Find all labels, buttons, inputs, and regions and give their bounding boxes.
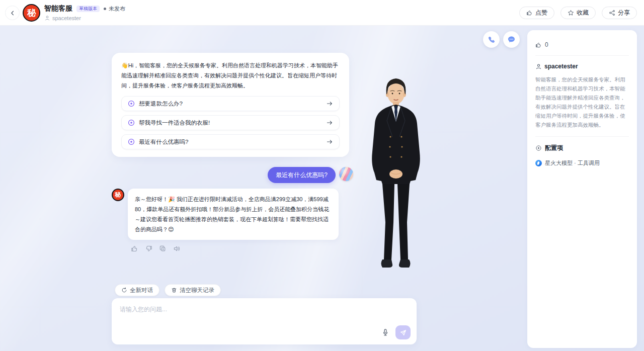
header-author: spacetester [44, 15, 125, 21]
copy-icon[interactable] [159, 245, 167, 252]
version-badge: 草稿版本 [76, 6, 100, 12]
divider [535, 136, 629, 137]
suggestion-label: 想要退款怎么办? [139, 100, 322, 108]
bot-message-row: 秘 亲～您好呀！🎉 我们正在进行限时满减活动，全店商品满299立减30，满599… [112, 189, 348, 252]
divider [535, 55, 629, 56]
question-input[interactable] [112, 298, 417, 327]
bot-suggestion-icon [128, 119, 135, 126]
message-input-card [112, 298, 417, 344]
bot-avatar: 秘 [23, 4, 40, 22]
user-message-bubble: 最近有什么优惠吗? [268, 167, 336, 183]
panel-author-name: spacetester [544, 63, 578, 70]
share-label: 分享 [618, 9, 630, 17]
welcome-message: 👋Hi，智能客服，您的全天候服务专家。利用自然语言处理和机器学习技术，本智能助手… [121, 60, 340, 91]
publish-status: 未发布 [104, 5, 125, 13]
message-actions [131, 245, 339, 252]
phone-icon [488, 36, 496, 44]
bot-message-bubble: 亲～您好呀！🎉 我们正在进行限时满减活动，全店商品满299立减30，满599减8… [128, 189, 339, 240]
send-icon [399, 329, 407, 336]
user-avatar [339, 167, 353, 181]
thumb-down-icon[interactable] [145, 245, 152, 252]
model-config-row: 星火大模型 · 工具调用 [535, 159, 629, 167]
send-button[interactable] [395, 325, 411, 339]
agent-preview-page: 秘 智能客服 草稿版本 未发布 spacetester 点赞 收藏 [0, 0, 644, 351]
digital-human-figure [358, 75, 434, 277]
spark-model-icon [535, 160, 542, 166]
new-conversation-label: 全新对话 [130, 287, 153, 294]
bot-suggestion-icon [128, 100, 135, 107]
model-config-label: 星火大模型 · 工具调用 [545, 159, 600, 167]
config-section-title: 配置项 [535, 144, 629, 152]
microphone-icon [381, 328, 389, 336]
arrow-right-icon [326, 138, 333, 145]
chevron-left-icon [9, 10, 16, 17]
text-chat-button[interactable] [503, 31, 520, 48]
top-header: 秘 智能客服 草稿版本 未发布 spacetester 点赞 收藏 [0, 0, 644, 26]
clear-history-label: 清空聊天记录 [180, 287, 214, 294]
trash-icon [171, 287, 177, 293]
arrow-right-icon [326, 100, 333, 107]
title-block: 智能客服 草稿版本 未发布 spacetester [44, 4, 125, 21]
bot-description: 智能客服，您的全天候服务专家。利用自然语言处理和机器学习技术，本智能助手能迅速理… [535, 75, 629, 129]
favorite-button[interactable]: 收藏 [560, 7, 596, 19]
thumb-up-icon [535, 42, 542, 48]
voice-call-button[interactable] [483, 31, 500, 48]
speaker-icon[interactable] [173, 245, 181, 252]
user-message-row: 最近有什么优惠吗? [112, 167, 353, 183]
person-icon [535, 63, 542, 70]
suggestion-clothes[interactable]: 帮我寻找一件适合我的衣服! [121, 115, 340, 130]
restart-icon [121, 287, 127, 293]
like-button[interactable]: 点赞 [519, 7, 554, 19]
person-icon [44, 15, 50, 21]
config-title-label: 配置项 [545, 144, 563, 152]
favorite-label: 收藏 [577, 9, 589, 17]
arrow-right-icon [326, 119, 333, 126]
bot-suggestion-icon [128, 138, 135, 145]
input-controls [381, 325, 411, 339]
suggestion-label: 帮我寻找一件适合我的衣服! [139, 119, 322, 127]
microphone-button[interactable] [381, 328, 389, 336]
back-button[interactable] [5, 6, 20, 20]
header-actions: 点赞 收藏 分享 [519, 7, 637, 19]
new-conversation-button[interactable]: 全新对话 [115, 284, 159, 296]
chat-canvas: 👋Hi，智能客服，您的全天候服务专家。利用自然语言处理和机器学习技术，本智能助手… [0, 26, 644, 351]
info-panel: 0 spacetester 智能客服，您的全天候服务专家。利用自然语言处理和机器… [527, 30, 637, 348]
share-button[interactable]: 分享 [602, 7, 637, 19]
publish-status-label: 未发布 [109, 5, 125, 13]
suggestion-list: 想要退款怎么办? 帮我寻找一件适合我的衣服! 最近有什么优惠吗? [121, 96, 340, 149]
thumb-up-icon[interactable] [131, 245, 138, 252]
share-icon [609, 10, 615, 16]
chat-bubble-icon [507, 35, 516, 44]
panel-author: spacetester [535, 63, 629, 70]
page-title: 智能客服 [44, 4, 72, 13]
panel-like-row[interactable]: 0 [535, 30, 629, 48]
suggestion-label: 最近有什么优惠吗? [139, 138, 322, 146]
like-count: 0 [545, 41, 548, 48]
target-icon [535, 145, 542, 151]
suggestion-discount[interactable]: 最近有什么优惠吗? [121, 134, 340, 149]
like-label: 点赞 [535, 9, 547, 17]
status-dot-icon [104, 8, 106, 10]
suggestion-refund[interactable]: 想要退款怎么办? [121, 96, 340, 111]
header-author-name: spacetester [52, 15, 81, 21]
star-icon [568, 10, 574, 16]
bot-avatar: 秘 [112, 189, 124, 201]
clear-history-button[interactable]: 清空聊天记录 [165, 284, 221, 296]
welcome-card: 👋Hi，智能客服，您的全天候服务专家。利用自然语言处理和机器学习技术，本智能助手… [112, 53, 349, 157]
thumb-up-icon [526, 10, 533, 16]
conversation-controls: 全新对话 清空聊天记录 [115, 284, 221, 296]
